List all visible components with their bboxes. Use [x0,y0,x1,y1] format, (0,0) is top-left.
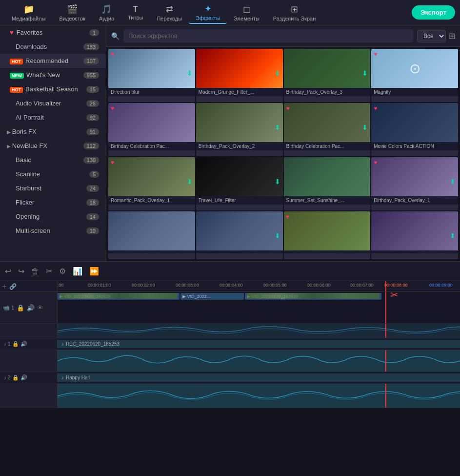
effect-label: Birthday Celebration Pac... [284,142,371,150]
sidebar-item-ai-portrait[interactable]: AI Portrait 92 [0,110,106,124]
delete-button[interactable]: 🗑 [31,267,39,276]
sidebar-item-flicker[interactable]: Flicker 18 [0,195,106,209]
undo-button[interactable]: ↩ [5,267,11,276]
eye-icon[interactable]: 👁 [37,304,43,311]
effect-label: Romantic_Pack_Overlay_1 [108,196,195,205]
video-clip-3[interactable]: ▶ VID_20220620_184939 [245,293,381,300]
happy-hall-label-row: ♪ 2 🔒 🔊 ♪ Happy Hall [0,372,460,384]
sidebar-item-basketball[interactable]: HOTBasketball Season 15 [0,82,106,96]
effect-summer-set[interactable]: Summer_Set_Sunshine_... [284,157,371,210]
add-track-btn[interactable]: + 🔗 [0,281,58,291]
extra-button[interactable]: ⏩ [89,267,99,276]
effect-birthday-overlay3[interactable]: ⬇ Birthday_Pack_Overlay_3 [284,49,371,102]
favorite-icon: ♥ [286,105,290,112]
search-bar: 🔍 Все ⊞ [106,25,460,47]
effect-modern-grunge[interactable]: ⬇ Modern_Grunge_Filter_... [196,49,283,102]
download-icon[interactable]: ⬇ [450,178,456,186]
toolbar-titles[interactable]: T Титры [121,3,150,22]
download-icon[interactable]: ⬇ [450,232,456,240]
lock-icon[interactable]: 🔒 [17,304,24,311]
toolbar-media[interactable]: 📁 Медиафайлы [5,2,52,23]
effects-panel: 🔍 Все ⊞ ♥ ⬇ Direction blur ⬇ [106,25,460,261]
rec-note-icon: ♪ [61,341,64,347]
sidebar-item-starburst[interactable]: Starburst 24 [0,181,106,195]
sidebar-item-recommended[interactable]: HOTRecommended 107 [0,54,106,68]
effect-label: Modern_Grunge_Filter_... [196,88,283,96]
volume-icon[interactable]: 🔊 [27,304,35,311]
grid-view-icon[interactable]: ⊞ [449,31,455,41]
toolbar-split[interactable]: ⊞ Разделить Экран [266,2,322,23]
effect-p2[interactable]: ⬇ [196,211,283,259]
favorite-icon: ♥ [374,105,377,112]
timeline-area: ↩ ↪ 🗑 ✂ ⚙ 📊 ⏩ + 🔗 :00 00:00:01:00 00:00:… [0,261,460,476]
sidebar-item-audio-vis[interactable]: Audio Visualizer 26 [0,96,106,110]
sidebar-item-boris-fx[interactable]: ▶ Boris FX 91 [0,124,106,139]
filter-select[interactable]: Все [417,30,446,42]
video-clip-2[interactable]: ▶ VID_2022... → [180,293,244,300]
filter-button[interactable]: ⚙ [59,267,66,276]
effect-p1[interactable] [108,211,195,259]
playhead-happy [385,384,386,408]
effect-birthday-overlay2[interactable]: ⬇ Birthday_Pack_Overlay_2 [196,103,283,156]
effect-p4[interactable]: ⬇ [371,211,458,259]
favorite-icon: ♥ [286,213,289,220]
split-icon: ⊞ [291,4,298,15]
toolbar-effects[interactable]: ✦ Эффекты [189,1,227,24]
effect-label: Direction blur [108,88,195,96]
playhead-rec [385,350,386,372]
effect-label: Movie Colors Pack ACTION [371,142,458,150]
effect-movie-colors[interactable]: ♥ Movie Colors Pack ACTION [371,103,458,156]
download-icon[interactable]: ⬇ [187,69,193,77]
effects-sidebar: ♥Favorites 1 Downloads 183 HOTRecommende… [0,25,106,261]
effect-birthday-overlay1[interactable]: ♥ ⬇ Birthday_Pack_Overlay_1 [371,157,458,210]
download-icon[interactable]: ⬇ [362,124,368,131]
download-icon[interactable]: ⬇ [275,124,280,131]
download-icon[interactable]: ⬇ [275,178,280,186]
toolbar-video[interactable]: 🎬 Видеосток [52,2,92,23]
vol2-icon[interactable]: 🔊 [20,341,27,347]
lock2-icon[interactable]: 🔒 [12,341,19,347]
sidebar-item-opening[interactable]: Opening 14 [0,209,106,224]
effect-travel-life[interactable]: ⬇ Travel_Life_Filter [196,157,283,210]
effect-label: Birthday_Pack_Overlay_2 [196,142,283,150]
effect-birthday-cel1[interactable]: ♥ Birthday Celebration Pac... [108,103,195,156]
effect-magnify[interactable]: ⊙ ♥ Magnify [371,49,458,102]
music-note2-icon: ♪ [4,375,6,380]
redo-button[interactable]: ↪ [18,267,24,276]
happy-track-controls: ♪ 2 🔒 🔊 [0,373,58,382]
toolbar-elements[interactable]: ◻ Элементы [227,2,266,23]
audio-viz-button[interactable]: 📊 [73,267,82,276]
lock3-icon[interactable]: 🔒 [12,374,19,381]
sidebar-item-scanline[interactable]: Scanline 5 [0,167,106,181]
sidebar-item-downloads[interactable]: Downloads 183 [0,40,106,54]
effect-birthday-cel2[interactable]: ♥ ⬇ Birthday Celebration Pac... [284,103,371,156]
download-icon[interactable]: ⬇ [275,69,280,77]
arrow-right2-icon: ▶ [7,144,12,149]
effects-grid: ♥ ⬇ Direction blur ⬇ Modern_Grunge_Filte… [106,47,460,261]
toolbar-transitions[interactable]: ⇄ Переходы [150,2,189,23]
sidebar-item-multiscreen[interactable]: Multi-screen 10 [0,224,106,238]
effect-p3[interactable]: ♥ [284,211,371,259]
favorite-icon: ♥ [111,159,114,166]
audio-icon: 🎵 [101,4,112,15]
vol3-icon[interactable]: 🔊 [20,374,27,381]
download-icon[interactable]: ⬇ [275,232,280,240]
effect-romantic-overlay[interactable]: ♥ ⬇ Romantic_Pack_Overlay_1 [108,157,195,210]
effect-label: Birthday_Pack_Overlay_1 [371,196,458,205]
download-icon[interactable]: ⬇ [362,69,368,77]
effect-direction-blur[interactable]: ♥ ⬇ Direction blur [108,49,195,102]
sidebar-item-basic[interactable]: Basic 130 [0,153,106,167]
cut-button[interactable]: ✂ [46,267,52,276]
sidebar-item-favorites[interactable]: ♥Favorites 1 [0,25,106,40]
search-input[interactable] [123,29,413,42]
effect-label [196,250,283,253]
toolbar-audio[interactable]: 🎵 Аудио [92,2,121,23]
add-icon[interactable]: + [2,282,6,291]
effect-label [284,250,371,253]
video-clip-1[interactable]: ▶ VID_20220620_184929 [58,293,180,300]
sidebar-item-newblue-fx[interactable]: ▶ NewBlue FX 112 [0,139,106,153]
download-icon[interactable]: ⬇ [187,178,193,186]
export-button[interactable]: Экспорт [412,5,455,20]
clip-waveform [247,293,380,299]
sidebar-item-whats-new[interactable]: NEWWhat's New 955 [0,68,106,82]
